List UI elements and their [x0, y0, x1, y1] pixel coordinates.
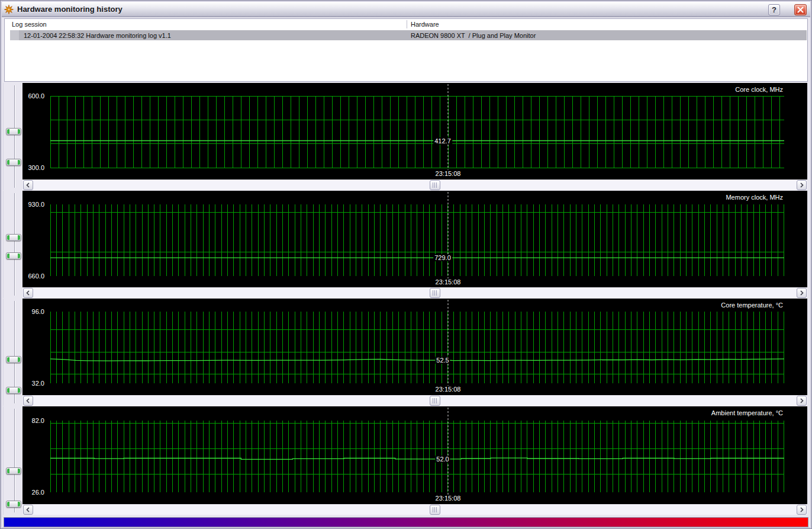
y-axis-slider-thumb[interactable]	[6, 467, 21, 475]
slider-cap	[7, 235, 9, 240]
scroll-left-button[interactable]	[23, 180, 33, 190]
y-axis-slider-track[interactable]	[14, 409, 15, 512]
time-scrollbar-0[interactable]	[22, 180, 807, 190]
slider-cap	[7, 502, 9, 506]
y-axis-slider-thumb[interactable]	[6, 252, 21, 259]
scroll-right-button[interactable]	[797, 396, 807, 406]
slider-cap	[7, 129, 9, 134]
y-min-label: 26.0	[22, 489, 44, 496]
graph-grid	[22, 191, 807, 287]
graph-panel-0[interactable]: Core clock, MHz600.0300.0412.723:15:08	[22, 83, 807, 179]
log-session-row-selected[interactable]: 12-01-2004 22:58:32 Hardware monitoring …	[10, 30, 807, 40]
scroll-thumb[interactable]	[430, 180, 440, 190]
y-axis-slider-thumb[interactable]	[6, 501, 21, 508]
y-axis-slider-thumb[interactable]	[6, 159, 21, 166]
slider-cap	[18, 502, 20, 506]
chevron-left-icon	[25, 507, 31, 512]
chevron-left-icon	[25, 182, 31, 188]
marker-value-label: 52.0	[435, 456, 450, 463]
chevron-right-icon	[799, 398, 804, 403]
slider-cap	[7, 160, 9, 165]
y-axis-slider-thumb[interactable]	[6, 387, 21, 394]
time-scrollbar-3[interactable]	[22, 505, 807, 515]
marker-value-label: 52.5	[435, 357, 450, 364]
graph-panel-2[interactable]: Core temperature, °C96.032.052.523:15:08	[22, 299, 807, 395]
y-range-slider-3	[3, 406, 22, 515]
slider-cap	[18, 254, 20, 258]
y-axis-slider-track[interactable]	[14, 85, 15, 188]
y-max-label: 96.0	[22, 308, 44, 315]
time-scrollbar-2[interactable]	[22, 396, 807, 406]
chevron-right-icon	[799, 290, 804, 296]
y-range-slider-1	[3, 191, 22, 298]
title-bar[interactable]: Hardware monitoring history ?	[2, 2, 810, 17]
y-axis-slider-thumb[interactable]	[6, 128, 21, 135]
app-gear-icon	[4, 5, 14, 14]
graph-grid	[22, 406, 807, 504]
graph-panel-3[interactable]: Ambient temperature, °C82.026.052.023:15…	[22, 406, 807, 504]
scroll-right-button[interactable]	[797, 288, 807, 298]
graph-panel-1[interactable]: Memory clock, MHz930.0660.0729.023:15:08	[22, 191, 807, 287]
scroll-thumb[interactable]	[430, 288, 440, 298]
graph-grid	[22, 299, 807, 395]
slider-cap	[18, 235, 20, 240]
scroll-thumb[interactable]	[430, 396, 440, 406]
y-range-slider-0	[3, 83, 22, 190]
close-icon	[797, 7, 804, 13]
hardware-cell: RADEON 9800 XT / Plug and Play Monitor	[411, 32, 536, 39]
y-range-slider-2	[3, 299, 22, 406]
y-max-label: 600.0	[22, 92, 44, 100]
slider-cap	[7, 254, 9, 258]
help-button[interactable]: ?	[768, 4, 780, 15]
scroll-thumb-grip	[433, 182, 438, 188]
window-title: Hardware monitoring history	[17, 5, 123, 14]
log-session-list: Log session Hardware 12-01-2004 22:58:32…	[4, 18, 808, 82]
chevron-left-icon	[25, 290, 31, 296]
gradient-scale-bar	[4, 517, 808, 527]
slider-cap	[18, 129, 20, 134]
row-icon-cell	[10, 30, 19, 40]
column-header-hardware[interactable]: Hardware	[411, 19, 439, 30]
marker-time-label: 23:15:08	[436, 386, 461, 393]
scroll-left-button[interactable]	[23, 396, 33, 406]
slider-cap	[7, 357, 9, 362]
slider-cap	[18, 160, 20, 165]
scroll-left-button[interactable]	[23, 505, 33, 515]
y-min-label: 32.0	[22, 380, 44, 387]
slider-cap	[18, 469, 20, 473]
marker-value-label: 412.7	[433, 137, 452, 145]
y-axis-slider-thumb[interactable]	[6, 234, 21, 241]
log-session-cell: 12-01-2004 22:58:32 Hardware monitoring …	[19, 32, 171, 39]
slider-cap	[18, 357, 20, 362]
graph-title: Core clock, MHz	[735, 86, 783, 93]
marker-value-label: 729.0	[433, 254, 452, 261]
y-max-label: 82.0	[22, 417, 44, 424]
column-header-log-session[interactable]: Log session	[12, 19, 47, 30]
scroll-thumb-grip	[433, 507, 438, 512]
chevron-left-icon	[25, 398, 31, 403]
hardware-monitoring-history-window: Hardware monitoring history ? Log sessio…	[0, 0, 812, 529]
scroll-thumb[interactable]	[430, 505, 440, 515]
graph-title: Core temperature, °C	[721, 302, 783, 309]
y-axis-slider-track[interactable]	[14, 193, 15, 296]
slider-cap	[18, 388, 20, 393]
scroll-right-button[interactable]	[797, 180, 807, 190]
marker-time-label: 23:15:08	[436, 495, 461, 502]
scroll-thumb-grip	[433, 398, 438, 403]
scroll-thumb-grip	[433, 290, 438, 296]
graph-title: Ambient temperature, °C	[711, 409, 783, 416]
scroll-left-button[interactable]	[23, 288, 33, 298]
graph-title: Memory clock, MHz	[726, 194, 783, 201]
column-divider[interactable]	[407, 20, 407, 28]
help-icon: ?	[772, 5, 776, 14]
chevron-right-icon	[799, 507, 804, 512]
close-button[interactable]	[794, 4, 807, 15]
time-scrollbar-1[interactable]	[22, 288, 807, 298]
y-min-label: 300.0	[22, 164, 44, 171]
scroll-right-button[interactable]	[797, 505, 807, 515]
y-axis-slider-thumb[interactable]	[6, 356, 21, 363]
marker-time-label: 23:15:08	[436, 170, 461, 177]
chevron-right-icon	[799, 182, 804, 188]
y-max-label: 930.0	[22, 201, 44, 208]
slider-cap	[7, 388, 9, 393]
